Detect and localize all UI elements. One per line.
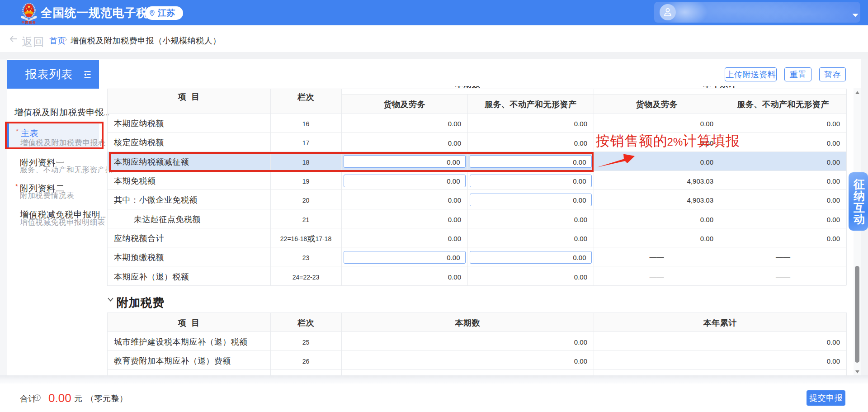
svg-text:中国税务: 中国税务 (22, 20, 36, 24)
